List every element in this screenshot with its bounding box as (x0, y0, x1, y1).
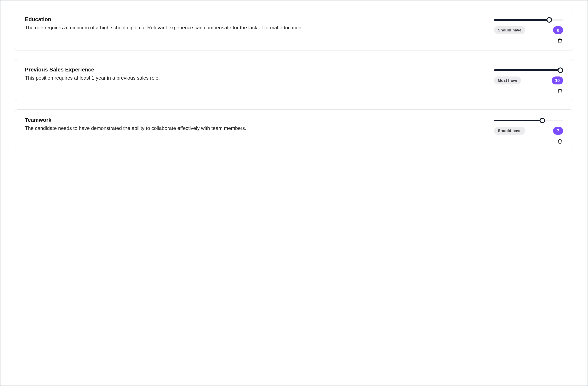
criteria-card: Teamwork The candidate needs to have dem… (15, 109, 573, 151)
criteria-description: This position requires at least 1 year i… (25, 74, 486, 82)
criteria-card-footer (25, 38, 563, 44)
criteria-controls: Should have 8 (494, 16, 563, 34)
criteria-description: The role requires a minimum of a high sc… (25, 24, 486, 31)
criteria-card-footer (25, 88, 563, 94)
slider-thumb[interactable] (546, 17, 552, 23)
criteria-card-body: Teamwork The candidate needs to have dem… (25, 117, 563, 135)
score-slider[interactable] (494, 17, 563, 23)
trash-icon (557, 139, 563, 145)
criteria-title: Teamwork (25, 117, 486, 123)
trash-icon (557, 89, 563, 94)
delete-button[interactable] (557, 88, 563, 94)
criteria-controls: Should have 7 (494, 117, 563, 135)
criteria-title: Education (25, 16, 486, 23)
delete-button[interactable] (557, 138, 563, 145)
criteria-card-footer (25, 138, 563, 145)
priority-pill: Should have (494, 26, 525, 34)
priority-pill: Must have (494, 76, 521, 85)
slider-fill (494, 120, 542, 121)
slider-fill (494, 69, 563, 71)
criteria-list: Education The role requires a minimum of… (15, 9, 573, 151)
criteria-description: The candidate needs to have demonstrated… (25, 124, 486, 132)
priority-pill: Should have (494, 127, 525, 135)
criteria-card: Education The role requires a minimum of… (15, 9, 573, 51)
score-pill: 7 (553, 127, 563, 135)
criteria-text-col: Teamwork The candidate needs to have dem… (25, 117, 486, 132)
criteria-text-col: Previous Sales Experience This position … (25, 67, 486, 82)
delete-button[interactable] (557, 38, 563, 44)
slider-thumb[interactable] (540, 118, 545, 123)
criteria-text-col: Education The role requires a minimum of… (25, 16, 486, 31)
criteria-card-body: Previous Sales Experience This position … (25, 67, 563, 85)
criteria-title: Previous Sales Experience (25, 67, 486, 73)
criteria-card: Previous Sales Experience This position … (15, 59, 573, 101)
score-slider[interactable] (494, 118, 563, 123)
criteria-controls: Must have 10 (494, 67, 563, 85)
slider-fill (494, 19, 549, 21)
score-slider[interactable] (494, 68, 563, 73)
slider-thumb[interactable] (558, 68, 563, 73)
slider-labels-row: Should have 7 (494, 127, 563, 135)
score-pill: 8 (553, 26, 563, 34)
trash-icon (557, 38, 563, 44)
score-pill: 10 (552, 76, 563, 85)
slider-labels-row: Should have 8 (494, 26, 563, 34)
slider-labels-row: Must have 10 (494, 76, 563, 85)
criteria-card-body: Education The role requires a minimum of… (25, 16, 563, 34)
